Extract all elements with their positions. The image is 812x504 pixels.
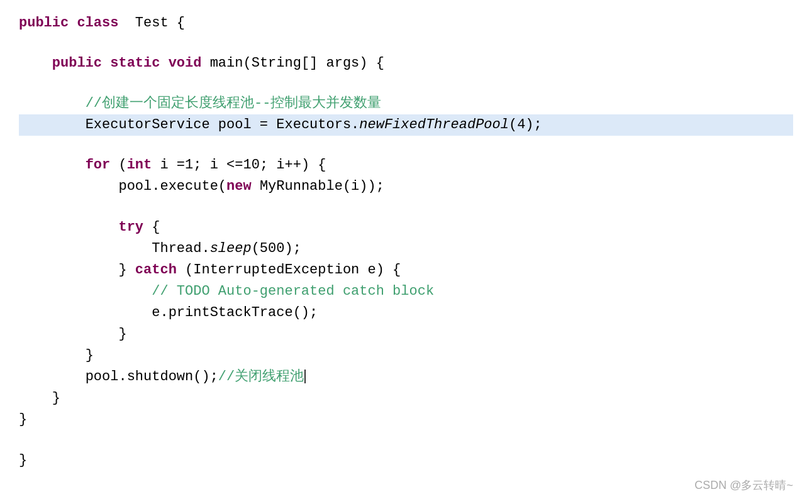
code-line-9: pool.execute(new MyRunnable(i)); bbox=[19, 176, 793, 197]
for-sig: ( bbox=[110, 157, 126, 173]
executor-line: ExecutorService pool = Executors.newFixe… bbox=[86, 117, 542, 133]
comment-cn: //创建一个固定长度线程池--控制最大并发数量 bbox=[86, 96, 382, 111]
code-line-12: Thread.sleep(500); bbox=[19, 238, 793, 260]
code-line-3: public static void main(String[] args) { bbox=[19, 53, 793, 74]
code-line-5: //创建一个固定长度线程池--控制最大并发数量 bbox=[19, 93, 793, 114]
code-line-14: // TODO Auto-generated catch block bbox=[19, 281, 793, 302]
code-container: public class Test { public static void m… bbox=[0, 0, 812, 504]
keyword-int: int bbox=[127, 157, 152, 173]
code-line-17: } bbox=[19, 345, 793, 366]
empty-line-4 bbox=[19, 74, 793, 93]
keyword-void: void bbox=[169, 55, 202, 71]
keyword-public2: public bbox=[52, 55, 102, 71]
classname: Test { bbox=[127, 15, 185, 31]
extra-brace: } bbox=[19, 452, 27, 468]
code-line-1: public class Test { bbox=[19, 13, 793, 34]
comment-shutdown: //关闭线程池 bbox=[218, 369, 304, 385]
code-line-15: e.printStackTrace(); bbox=[19, 302, 793, 324]
code-block: public class Test { public static void m… bbox=[19, 13, 793, 471]
pool-execute: pool.execute( bbox=[118, 178, 226, 194]
keyword-try: try bbox=[118, 219, 143, 235]
keyword-new: new bbox=[226, 178, 252, 194]
code-line-18: pool.shutdown();//关闭线程池 bbox=[19, 366, 793, 388]
myrunnable: MyRunnable(i)); bbox=[252, 178, 384, 194]
code-line-11: try { bbox=[19, 217, 793, 238]
code-line-6: ExecutorService pool = Executors.newFixe… bbox=[19, 114, 793, 136]
code-line-13: } catch (InterruptedException e) { bbox=[19, 260, 793, 281]
try-brace: { bbox=[143, 219, 160, 235]
keyword-catch: catch bbox=[135, 262, 177, 278]
code-line-16: } bbox=[19, 324, 793, 345]
thread-sleep: Thread.sleep(500); bbox=[152, 241, 301, 256]
empty-line-2 bbox=[19, 34, 793, 53]
method-newFixed: newFixedThreadPool bbox=[359, 117, 509, 133]
pool-shutdown: pool.shutdown(); bbox=[86, 369, 218, 385]
keyword-public: public bbox=[19, 15, 69, 31]
code-line-19: } bbox=[19, 388, 793, 409]
method-sleep: sleep bbox=[210, 241, 252, 256]
watermark: CSDN @多云转晴~ bbox=[694, 478, 793, 493]
keyword-for: for bbox=[86, 157, 111, 173]
for-body: i =1; i <=10; i++) { bbox=[152, 157, 326, 173]
close-catch: } bbox=[118, 326, 126, 342]
empty-line-7 bbox=[19, 136, 793, 155]
keyword-class: class bbox=[77, 15, 118, 31]
code-line-20: } bbox=[19, 409, 793, 430]
print-stack: e.printStackTrace(); bbox=[152, 305, 318, 320]
empty-line-10 bbox=[19, 198, 793, 217]
catch-sig: (InterruptedException e) { bbox=[177, 262, 401, 278]
text-cursor bbox=[304, 370, 306, 383]
main-sig: main(String[] args) { bbox=[201, 55, 384, 71]
close-class: } bbox=[19, 412, 27, 427]
comment-todo: // TODO Auto-generated catch block bbox=[152, 283, 434, 299]
empty-line-21 bbox=[19, 431, 793, 450]
code-line-8: for (int i =1; i <=10; i++) { bbox=[19, 155, 793, 176]
code-line-22: } bbox=[19, 450, 793, 471]
close-main: } bbox=[52, 390, 60, 406]
close-for: } bbox=[86, 348, 94, 363]
keyword-static: static bbox=[110, 55, 160, 71]
